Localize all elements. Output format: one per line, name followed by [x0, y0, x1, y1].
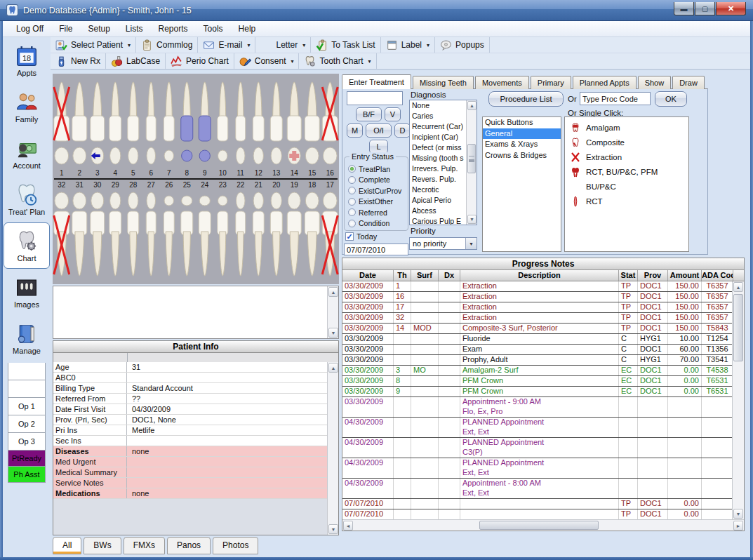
- patient-info-row[interactable]: Sec Ins: [53, 436, 327, 446]
- priority-dropdown[interactable]: no priority ▼: [409, 237, 477, 250]
- single-click-item[interactable]: Extraction: [565, 149, 688, 164]
- patient-info-row[interactable]: Med Urgent: [53, 457, 327, 467]
- scroll-up-icon[interactable]: ▲: [328, 287, 338, 297]
- entry-status-option[interactable]: ExistCurProv: [345, 185, 408, 196]
- single-click-item[interactable]: Amalgam: [565, 120, 688, 135]
- scroll-thumb[interactable]: [467, 144, 476, 173]
- scroll-down-icon[interactable]: ▼: [733, 509, 743, 519]
- sidebar-module[interactable]: Images: [3, 269, 51, 315]
- menu-item[interactable]: File: [51, 22, 80, 36]
- column-header[interactable]: Date: [342, 270, 394, 281]
- progress-note-row[interactable]: 03/30/2009 1 Extraction TP DOC1 150.00 T…: [342, 281, 733, 292]
- diagnosis-item[interactable]: Necrotic: [410, 185, 466, 195]
- image-tab[interactable]: FMXs: [124, 537, 165, 554]
- patient-info-row[interactable]: ABC0: [53, 373, 327, 383]
- progress-note-row[interactable]: 03/30/2009 Appointment - 9:00 AM Flo, Ex…: [342, 397, 733, 418]
- operatory-cell[interactable]: PtReady: [8, 451, 46, 467]
- column-header[interactable]: Dx: [439, 270, 460, 281]
- column-header[interactable]: Th: [394, 270, 411, 281]
- entry-status-option[interactable]: Referred: [345, 207, 408, 218]
- scroll-down-icon[interactable]: ▼: [328, 328, 338, 338]
- quick-buttons-category[interactable]: Quick Buttons: [483, 117, 561, 128]
- toolbar-button[interactable]: Letter ▾: [255, 37, 311, 53]
- menu-item[interactable]: Tools: [196, 22, 231, 36]
- progress-note-row[interactable]: 03/30/2009 Exam C DOC1 60.00 T1356: [342, 345, 733, 355]
- scrollbar[interactable]: ▲ ▼: [327, 362, 338, 535]
- diagnosis-item[interactable]: Apical Perio: [410, 195, 466, 206]
- toolbar-button[interactable]: To Task List ▾: [311, 37, 380, 53]
- diagnosis-item[interactable]: Revers. Pulp.: [410, 174, 466, 185]
- single-click-item[interactable]: RCT: [565, 194, 688, 208]
- minimize-button[interactable]: ▬: [674, 2, 694, 15]
- chevron-down-icon[interactable]: ▾: [368, 58, 371, 65]
- chevron-down-icon[interactable]: ▾: [247, 42, 250, 48]
- menu-item[interactable]: Lists: [118, 22, 151, 36]
- column-header[interactable]: ADA Code: [702, 270, 733, 281]
- progress-note-row[interactable]: 04/30/2009 PLANNED Appointment C3(P): [342, 438, 733, 458]
- progress-note-row[interactable]: 03/30/2009 8 PFM Crown EC DOC1 0.00 T653…: [342, 376, 733, 387]
- scroll-left-icon[interactable]: ◄: [343, 521, 353, 531]
- patient-info-row[interactable]: Service Notes: [53, 478, 327, 488]
- progress-note-row[interactable]: 07/07/2010 TP DOC1 0.00: [342, 509, 733, 520]
- single-click-item[interactable]: RCT, BU/P&C, PFM: [565, 164, 688, 179]
- image-tab[interactable]: Photos: [213, 537, 258, 554]
- surface-button-v[interactable]: V: [385, 107, 401, 121]
- procedure-date-input[interactable]: [344, 244, 408, 255]
- patient-info-row[interactable]: Pri Ins Metlife: [53, 425, 327, 436]
- patient-info-row[interactable]: Date First Visit 04/30/2009: [53, 404, 327, 415]
- progress-note-row[interactable]: 03/30/2009 17 Extraction TP DOC1 150.00 …: [342, 302, 733, 313]
- chevron-down-icon[interactable]: ▾: [302, 42, 305, 48]
- sidebar-module[interactable]: Manage: [3, 315, 51, 361]
- single-click-item[interactable]: Composite: [565, 135, 688, 149]
- chevron-down-icon[interactable]: ▾: [128, 42, 131, 48]
- patient-info-row[interactable]: Age 31: [53, 362, 327, 373]
- scrollbar[interactable]: ▲ ▼: [466, 100, 477, 225]
- diagnosis-item[interactable]: Irrevers. Pulp.: [410, 164, 466, 174]
- proc-code-input[interactable]: [580, 92, 651, 105]
- operatory-cell[interactable]: [8, 363, 46, 380]
- quick-buttons-listbox[interactable]: Quick ButtonsGeneralExams & XraysCrowns …: [482, 116, 561, 252]
- toolbar-button[interactable]: Select Patient ▾: [51, 37, 136, 53]
- menu-item[interactable]: Reports: [151, 22, 196, 36]
- chart-tab[interactable]: Movements: [475, 76, 529, 89]
- toolbar-button[interactable]: Consent ▾: [234, 53, 300, 69]
- maximize-button[interactable]: ▢: [695, 2, 715, 15]
- entry-status-option[interactable]: ExistOther: [345, 196, 408, 208]
- toolbar-button[interactable]: Tooth Chart ▾: [299, 53, 376, 69]
- patient-info-row[interactable]: Billing Type Standard Account: [53, 383, 327, 394]
- patient-info-row[interactable]: Prov. (Pri, Sec) DOC1, None: [53, 415, 327, 425]
- scroll-up-icon[interactable]: ▲: [733, 282, 743, 292]
- scrollbar[interactable]: ▲ ▼: [732, 281, 744, 519]
- ok-button[interactable]: OK: [655, 91, 687, 107]
- diagnosis-item[interactable]: Abcess: [410, 206, 466, 216]
- diagnosis-item[interactable]: Carious Pulp E: [410, 216, 466, 225]
- menu-item[interactable]: Setup: [80, 22, 117, 36]
- surface-button-bf[interactable]: B/F: [356, 107, 382, 121]
- image-tab[interactable]: Panos: [167, 537, 211, 554]
- progress-note-row[interactable]: 03/30/2009 3 MO Amalgam-2 Surf EC DOC1 0…: [342, 366, 733, 376]
- progress-note-row[interactable]: 03/30/2009 14 MOD Composite-3 Surf, Post…: [342, 324, 733, 334]
- sidebar-module[interactable]: Chart: [4, 222, 50, 269]
- chart-tab[interactable]: Draw: [672, 76, 705, 89]
- progress-note-row[interactable]: 07/07/2010 TP DOC1 0.00: [342, 499, 733, 509]
- surface-button-m[interactable]: M: [347, 124, 363, 138]
- quick-buttons-category[interactable]: Crowns & Bridges: [483, 150, 561, 161]
- patient-info-row[interactable]: Diseases none: [53, 446, 327, 457]
- scroll-up-icon[interactable]: ▲: [328, 363, 338, 373]
- procedure-entry-input[interactable]: [347, 91, 403, 105]
- sidebar-module[interactable]: Account: [3, 130, 51, 176]
- progress-note-row[interactable]: 03/30/2009 Prophy, Adult C HYG1 70.00 T3…: [342, 355, 733, 366]
- chevron-down-icon[interactable]: ▾: [291, 58, 293, 65]
- single-click-item[interactable]: BU/P&C: [565, 179, 688, 194]
- sidebar-module[interactable]: 18 Appts: [3, 37, 51, 84]
- toolbar-button[interactable]: Label ▾: [381, 37, 435, 53]
- toolbar-button[interactable]: E-mail ▾: [198, 37, 255, 53]
- toolbar-button[interactable]: Perio Chart ▾: [166, 53, 234, 69]
- entry-status-option[interactable]: TreatPlan: [345, 164, 408, 175]
- procedure-list-button[interactable]: Procedure List: [488, 91, 564, 107]
- progress-note-row[interactable]: 03/30/2009 9 PFM Crown EC DOC1 0.00 T653…: [342, 387, 733, 397]
- entry-status-option[interactable]: Complete: [345, 175, 408, 186]
- image-tab[interactable]: All: [53, 537, 81, 554]
- scroll-down-icon[interactable]: ▼: [328, 524, 338, 534]
- menu-item[interactable]: Help: [231, 22, 264, 36]
